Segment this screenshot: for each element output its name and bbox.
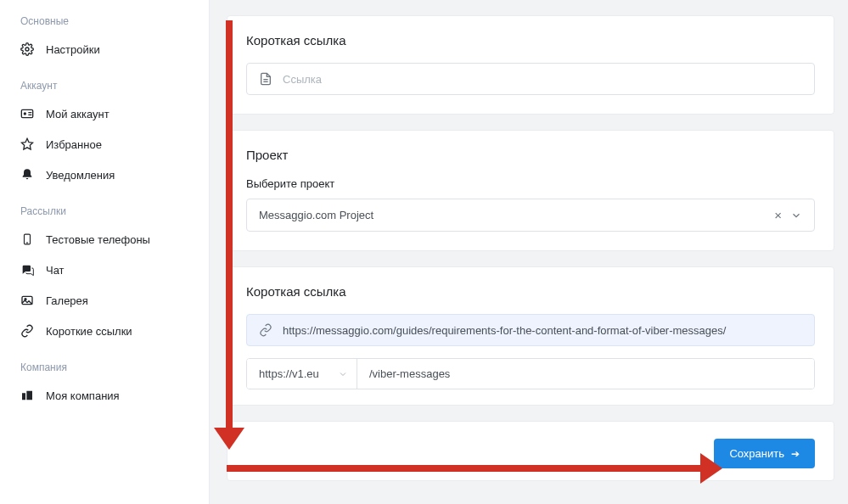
- save-button-label: Сохранить: [729, 447, 784, 460]
- sidebar-item-shortlinks[interactable]: Короткие ссылки: [0, 316, 209, 346]
- sidebar-item-label: Моя компания: [46, 389, 120, 402]
- sidebar-item-label: Короткие ссылки: [46, 325, 132, 338]
- card-shortlink-title: Короткая ссылка Ссылка: [227, 15, 834, 115]
- svg-marker-3: [21, 138, 32, 149]
- sidebar-item-label: Мой аккаунт: [46, 108, 110, 120]
- document-icon: [259, 72, 272, 86]
- sidebar-group-label: Основные: [0, 15, 209, 34]
- save-button[interactable]: Сохранить ➔: [714, 439, 815, 468]
- sidebar-item-label: Избранное: [46, 138, 102, 151]
- field-label: Выберите проект: [246, 177, 815, 190]
- sidebar-item-label: Тестовые телефоны: [46, 233, 150, 246]
- badge-icon: [20, 107, 34, 120]
- star-icon: [20, 137, 34, 151]
- footer-card: Сохранить ➔: [227, 421, 834, 481]
- sidebar-item-notifications[interactable]: Уведомления: [0, 160, 209, 190]
- shortlink-name-input[interactable]: Ссылка: [246, 63, 815, 95]
- slug-input[interactable]: /viber-messages: [357, 359, 814, 389]
- card-title: Проект: [246, 148, 815, 162]
- project-select[interactable]: Messaggio.com Project ×: [246, 199, 815, 232]
- full-url-display: https://messaggio.com/guides/requirement…: [246, 314, 815, 346]
- gallery-icon: [20, 294, 34, 307]
- link-icon: [259, 323, 272, 337]
- sidebar-group-label: Компания: [0, 361, 209, 380]
- sidebar-item-phones[interactable]: Тестовые телефоны: [0, 224, 209, 255]
- main-content: Короткая ссылка Ссылка Проект Выберите п…: [210, 0, 848, 504]
- svg-rect-1: [21, 109, 32, 117]
- card-title: Короткая ссылка: [246, 284, 815, 299]
- bell-icon: [20, 168, 34, 182]
- chat-icon: [20, 263, 34, 277]
- phone-icon: [20, 232, 34, 246]
- card-shortlink-url: Короткая ссылка https://messaggio.com/gu…: [227, 266, 834, 406]
- svg-point-2: [24, 112, 26, 115]
- sidebar-item-chat[interactable]: Чат: [0, 255, 209, 285]
- company-icon: [20, 389, 34, 402]
- link-icon: [20, 324, 34, 338]
- sidebar-item-account[interactable]: Мой аккаунт: [0, 98, 209, 129]
- card-title: Короткая ссылка: [246, 33, 815, 48]
- sidebar-item-gallery[interactable]: Галерея: [0, 285, 209, 316]
- gear-icon: [20, 42, 34, 56]
- clear-icon[interactable]: ×: [774, 208, 782, 222]
- domain-value: https://v1.eu: [259, 367, 331, 380]
- sidebar-group-label: Аккаунт: [0, 80, 209, 98]
- annotation-arrow-down-head: [214, 428, 244, 450]
- sidebar-item-label: Чат: [46, 264, 65, 277]
- annotation-arrow-down: [226, 20, 233, 433]
- svg-point-0: [25, 48, 29, 51]
- full-url-text: https://messaggio.com/guides/requirement…: [283, 324, 726, 337]
- sidebar-item-settings[interactable]: Настройки: [0, 34, 209, 64]
- domain-select[interactable]: https://v1.eu: [247, 359, 357, 389]
- card-project: Проект Выберите проект Messaggio.com Pro…: [227, 130, 834, 251]
- chevron-down-icon[interactable]: [790, 210, 802, 221]
- slug-value: /viber-messages: [369, 367, 450, 380]
- sidebar-item-label: Галерея: [46, 294, 88, 307]
- sidebar-item-favorites[interactable]: Избранное: [0, 129, 209, 160]
- sidebar-group-label: Рассылки: [0, 205, 209, 224]
- chevron-down-icon[interactable]: [338, 369, 348, 379]
- select-value: Messaggio.com Project: [259, 209, 774, 221]
- short-url-row: https://v1.eu /viber-messages: [246, 358, 815, 389]
- sidebar-item-label: Настройки: [46, 43, 100, 56]
- sidebar: Основные Настройки Аккаунт Мой аккаунт И…: [0, 0, 210, 504]
- sidebar-item-company[interactable]: Моя компания: [0, 380, 209, 411]
- annotation-arrow-right-head: [700, 453, 722, 484]
- sidebar-item-label: Уведомления: [46, 169, 115, 182]
- input-placeholder: Ссылка: [283, 73, 802, 86]
- arrow-right-icon: ➔: [791, 448, 800, 460]
- annotation-arrow-right: [227, 465, 700, 472]
